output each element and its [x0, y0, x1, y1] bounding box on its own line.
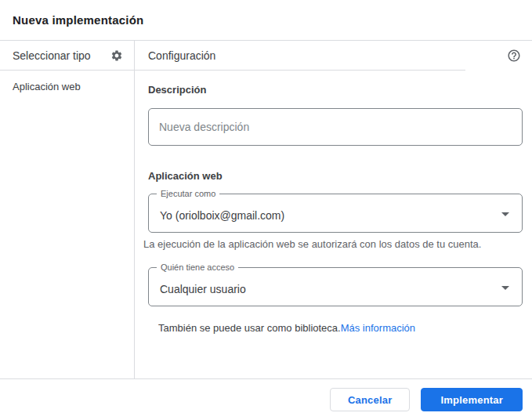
- web-app-section-label: Aplicación web: [148, 170, 523, 182]
- execute-as-legend: Ejecutar como: [157, 189, 219, 199]
- type-sidebar-header-label: Seleccionar tipo: [13, 49, 91, 62]
- configuration-panel: Configuración Descripción Aplicación web…: [135, 41, 532, 378]
- dialog-title: Nueva implementación: [13, 13, 143, 27]
- configuration-header: Configuración: [135, 41, 532, 71]
- execute-as-value: Yo (oriolboix@gmail.com): [160, 209, 284, 222]
- more-info-link[interactable]: Más información: [341, 322, 415, 334]
- type-sidebar: Seleccionar tipo Aplicación web: [0, 41, 135, 378]
- execute-as-helper-text: La ejecución de la aplicación web se aut…: [143, 238, 523, 250]
- deploy-button[interactable]: Implementar: [421, 388, 523, 411]
- caret-down-icon: [501, 286, 509, 290]
- gear-icon[interactable]: [107, 46, 126, 65]
- type-sidebar-header: Seleccionar tipo: [0, 41, 134, 71]
- dialog-title-bar: Nueva implementación: [0, 0, 532, 41]
- cancel-button[interactable]: Cancelar: [330, 388, 411, 411]
- dialog-body: Seleccionar tipo Aplicación web Configur…: [0, 41, 532, 378]
- sidebar-item-web-app[interactable]: Aplicación web: [0, 71, 134, 103]
- execute-as-select[interactable]: Ejecutar como Yo (oriolboix@gmail.com): [148, 194, 523, 233]
- configuration-header-actions: [465, 41, 532, 71]
- who-has-access-select[interactable]: Quién tiene acceso Cualquier usuario: [148, 267, 523, 306]
- dialog-footer: Cancelar Implementar: [0, 378, 532, 420]
- new-deployment-dialog: Nueva implementación Seleccionar tipo Ap…: [0, 0, 532, 420]
- caret-down-icon: [501, 212, 509, 216]
- description-label: Descripción: [148, 84, 523, 96]
- library-note-line: También se puede usar como biblioteca.Má…: [158, 322, 523, 334]
- description-input[interactable]: [148, 108, 523, 146]
- configuration-header-title: Configuración: [135, 41, 465, 71]
- who-has-access-value: Cualquier usuario: [160, 283, 246, 295]
- library-note-text: También se puede usar como biblioteca.: [158, 322, 341, 334]
- help-circle-icon[interactable]: [505, 46, 523, 65]
- configuration-form: Descripción Aplicación web Ejecutar como…: [135, 71, 532, 378]
- who-has-access-legend: Quién tiene acceso: [157, 262, 238, 273]
